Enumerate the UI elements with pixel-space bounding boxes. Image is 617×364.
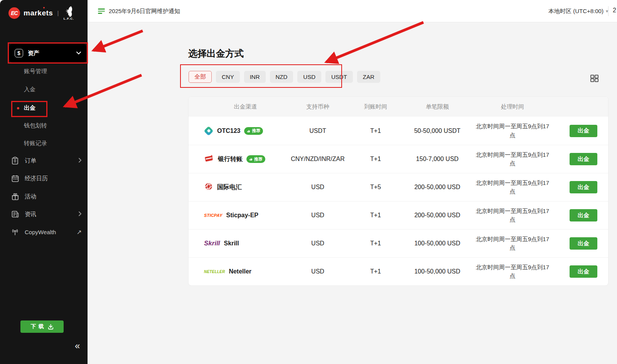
table-row: Skrill Skrill USD T+1 100-50,000 USD 北京时… (189, 229, 608, 257)
thumbs-up-icon (247, 129, 251, 133)
cell-processing-time: 北京时间周一至周五9点到17点 (474, 263, 551, 280)
chevron-right-icon (79, 157, 82, 164)
col-header-limit: 单笔限额 (403, 103, 472, 111)
sidebar-item-transfer-records[interactable]: 转账记录 (24, 140, 47, 147)
cell-currencies: USD (287, 268, 349, 275)
withdraw-button[interactable]: 出金 (570, 181, 597, 193)
filter-chip-nzd[interactable]: NZD (270, 71, 293, 83)
sidebar-item-orders[interactable]: 订单 (11, 156, 82, 165)
ec-markets-wordmark: markets (24, 9, 53, 17)
skrill-logo: Skrill (204, 240, 220, 247)
liver-bird-icon (63, 5, 74, 18)
filter-chip-usd[interactable]: USD (297, 71, 321, 83)
withdraw-button[interactable]: 出金 (570, 265, 597, 278)
withdrawal-methods-table: 出金渠道 支持币种 到账时间 单笔限额 处理时间 OTC123 推荐 USDT … (188, 96, 609, 286)
withdraw-button[interactable]: 出金 (570, 153, 597, 165)
cell-processing-time: 北京时间周一至周五9点到17点 (474, 207, 551, 224)
withdraw-button[interactable]: 出金 (570, 125, 597, 137)
cell-arrival: T+1 (349, 127, 403, 134)
maintenance-notice-link[interactable]: 2025年9月6日官网维护通知 (98, 0, 180, 22)
sidebar-item-promotions[interactable]: 活动 (11, 192, 82, 201)
neteller-logo: NETELLER (204, 270, 225, 274)
brand-logos: EC markets | L.F.C. (8, 5, 74, 20)
cell-processing-time: 北京时间周一至周五9点到17点 (474, 179, 551, 196)
table-row: NETELLER Neteller USD T+1 100-50,000 USD… (189, 257, 608, 285)
active-dot-icon (17, 107, 19, 109)
filter-chip-zar[interactable]: ZAR (357, 71, 380, 83)
cell-arrival: T+1 (349, 156, 403, 163)
filter-chip-cny[interactable]: CNY (216, 71, 240, 83)
thumbs-up-icon (249, 157, 253, 161)
collapse-sidebar-button[interactable]: « (75, 341, 80, 351)
sidebar-item-copywealth[interactable]: CopyWealth ↗ (11, 228, 82, 236)
withdraw-button[interactable]: 出金 (570, 237, 597, 250)
download-button[interactable]: 下载 (20, 320, 64, 333)
logo-divider: | (57, 10, 59, 16)
sidebar-item-account-management[interactable]: 账号管理 (24, 68, 47, 75)
sidebar-item-wallet-transfer[interactable]: 钱包划转 (24, 122, 47, 129)
cell-currencies: USD (287, 240, 349, 247)
broadcast-icon (11, 228, 19, 236)
newspaper-icon (11, 210, 19, 218)
sidebar-item-news[interactable]: 资讯 (11, 210, 82, 218)
dollar-icon: $ (15, 49, 23, 57)
col-header-processing: 处理时间 (472, 103, 553, 111)
sidebar-item-label: 资产 (28, 50, 76, 57)
withdrawal-page: EC markets | L.F.C. $ 资产 账号管理 入金 出金 钱包划转… (0, 0, 617, 364)
col-header-channel: 出金渠道 (204, 103, 287, 111)
filter-chip-inr[interactable]: INR (244, 71, 266, 83)
external-link-icon: ↗ (77, 228, 82, 236)
table-row: OTC123 推荐 USDT T+1 50-50,000 USDT 北京时间周一… (189, 117, 608, 145)
sidebar-item-deposit[interactable]: 入金 (24, 86, 35, 93)
topbar-divider (608, 6, 609, 16)
download-icon (48, 324, 54, 330)
cell-limit: 100-50,000 USD (403, 268, 472, 275)
recommended-badge: 推荐 (246, 155, 265, 163)
cell-limit: 200-50,000 USD (403, 212, 472, 219)
sidebar: EC markets | L.F.C. $ 资产 账号管理 入金 出金 钱包划转… (0, 0, 88, 364)
col-header-currencies: 支持币种 (287, 103, 349, 111)
sidebar-item-withdraw[interactable]: 出金 (24, 104, 35, 112)
cell-processing-time: 北京时间周一至周五9点到17点 (474, 151, 551, 168)
cell-limit: 50-50,000 USDT (403, 127, 472, 134)
filter-chip-usdt[interactable]: USDT (325, 71, 353, 83)
table-row: STICPAY Sticpay-EP USD T+1 200-50,000 US… (189, 201, 608, 229)
cell-currencies: USD (287, 184, 349, 191)
lfc-liver-bird-logo: L.F.C. (63, 5, 74, 20)
sidebar-item-label: 出金 (24, 104, 35, 111)
cell-currencies: USDT (287, 127, 349, 134)
cell-arrival: T+1 (349, 212, 403, 219)
cell-arrival: T+1 (349, 268, 403, 275)
filter-chip-all[interactable]: 全部 (189, 71, 212, 83)
annotation-arrow-assets (93, 31, 143, 50)
wire-transfer-logo-icon (204, 182, 213, 193)
ec-markets-logo-icon: EC (8, 7, 20, 19)
cell-processing-time: 北京时间周一至周五9点到17点 (474, 235, 551, 252)
chevron-right-icon (79, 211, 82, 218)
clipboard-icon (11, 156, 19, 165)
col-header-arrival: 到账时间 (349, 103, 403, 111)
clock-text: 2 (613, 7, 616, 14)
cell-processing-time: 北京时间周一至周五9点到17点 (474, 122, 551, 139)
cell-limit: 200-50,000 USD (403, 184, 472, 191)
cell-limit: 150-7,000 USD (403, 156, 472, 163)
cell-arrival: T+1 (349, 240, 403, 247)
cell-arrival: T+5 (349, 184, 403, 191)
sidebar-item-economic-calendar[interactable]: 经济日历 (11, 174, 82, 183)
otc123-logo-icon (204, 126, 213, 136)
calendar-icon (11, 174, 19, 183)
timezone-selector[interactable]: 本地时区 (UTC+8:00) ▾ (548, 0, 608, 22)
grid-view-toggle[interactable] (590, 75, 598, 84)
table-row: 国际电汇 USD T+5 200-50,000 USD 北京时间周一至周五9点到… (189, 173, 608, 201)
recommended-badge: 推荐 (244, 127, 263, 135)
page-title: 选择出金方式 (188, 47, 244, 60)
table-row: 银行转账 推荐 CNY/NZD/INR/ZAR T+1 150-7,000 US… (189, 145, 608, 173)
sticpay-logo: STICPAY (204, 213, 222, 218)
topbar: 2025年9月6日官网维护通知 本地时区 (UTC+8:00) ▾ 2 (88, 0, 617, 22)
withdraw-button[interactable]: 出金 (570, 209, 597, 221)
annotation-arrow-filters (326, 22, 423, 62)
bank-transfer-logo-icon (204, 154, 214, 164)
cell-currencies: CNY/NZD/INR/ZAR (287, 156, 349, 163)
sidebar-item-assets[interactable]: $ 资产 (9, 44, 86, 62)
cell-limit: 100-50,000 USD (403, 240, 472, 247)
